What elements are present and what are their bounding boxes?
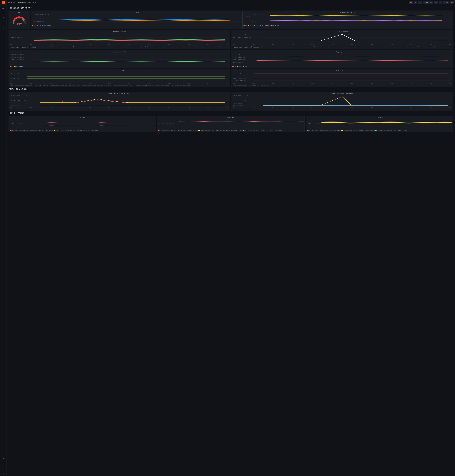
star-icon[interactable] [32,1,34,3]
svg-text:3.0300 ops/s: 3.0300 ops/s [10,98,28,99]
svg-rect-27 [8,2,9,3]
settings-button[interactable] [418,1,422,4]
avg-admission-latency-svg: 3.0400 ops/s 3.0300 ops/s 3.0200 ops/s 3… [10,95,229,107]
avg-response-size-title: Average Response Size [10,51,229,53]
svg-text:2M ops/s: 2M ops/s [233,78,246,79]
svg-text:0.0100 ops/s: 0.0100 ops/s [233,37,251,38]
admission-controller-section: Admission Controller Average Admission C… [8,88,453,111]
avg-webhook-latency-legend: CREATE UPDATE CONNECT DELETE [232,109,452,110]
memory-xaxis: 08:4508:5008:5509:0009:0509:1009:1509:20… [10,128,155,129]
avg-response-size-xaxis: 08:4508:5008:5509:0009:0509:1009:1509:20… [10,64,229,65]
svg-text:3 ops/s: 3 ops/s [10,76,20,77]
up-panel: Up 237 [8,10,30,29]
svg-text:10 ops/s: 10 ops/s [233,59,245,60]
svg-text:20 ops/s: 20 ops/s [10,34,22,35]
svg-text:0 ops/s: 0 ops/s [159,127,168,127]
request-per-second-chart: 25 ops/s 20 ops/s 15 ops/s 10 ops/s 5 op… [232,53,452,64]
svg-text:3.0200 ops/s: 3.0200 ops/s [10,100,28,101]
work-queue-add-legend: replicaset node_lifecycle_controller_pod… [10,46,229,48]
sidebar-item-search[interactable] [1,15,5,19]
breadcrumb-current: Kubernetes API Server [16,1,31,3]
sidebar-item-alerts[interactable] [1,25,5,29]
work-queue-depth-xaxis: 08:4508:5008:5509:0009:0509:1009:1509:20… [232,44,452,45]
svg-point-15 [3,468,3,468]
sidebar-item-grid[interactable] [1,10,5,15]
request-per-second-panel: Request per Second 25 ops/s 20 ops/s 15 … [231,50,453,68]
refresh-button[interactable] [439,1,442,4]
svg-text:400 ops/s: 400 ops/s [244,16,260,17]
sidebar-item-help[interactable]: ? [1,471,5,475]
breadcrumb-parent[interactable]: General [10,1,15,3]
breadcrumb-separator: / [16,1,16,3]
request-duration-panel: Request duration average 600 ops/s 400 o… [243,10,453,29]
svg-line-10 [3,17,4,18]
work-queue-add-chart: 20 ops/s 10 ops/s 0 ops/s [10,33,229,44]
svg-rect-7 [2,13,3,13]
svg-text:0 ops/s: 0 ops/s [10,41,20,42]
sidebar-item-explore[interactable] [1,20,5,24]
time-range-selector[interactable]: Last 1 hour [423,1,433,4]
cpu-usage-legend: {_sysdig_datasource="agent", agent_id="7… [158,130,303,131]
work-queue-depth-chart: 0.0200 ops/s 0.0100 ops/s 0 ops/s [232,33,452,44]
cpu-usage-panel: CPU usage 3.200 ops/s 3.100 ops/s 0 ops/… [157,116,305,132]
svg-text:0.100 ops/s: 0.100 ops/s [233,97,249,98]
svg-rect-35 [411,2,411,3]
sidebar-item-integrations[interactable] [1,466,5,470]
memory-panel: Memory 2B ops/s 1B ops/s 0 ops/s [8,116,156,132]
avg-admission-latency-chart: 3.0400 ops/s 3.0300 ops/s 3.0200 ops/s 3… [10,95,229,107]
svg-text:100 ops/s: 100 ops/s [33,14,49,15]
svg-text:3.200 ops/s: 3.200 ops/s [159,119,174,120]
grid-icon [8,1,10,3]
svg-rect-21 [3,468,3,468]
deprecated-apis-svg: 4 ops/s 3 ops/s 2 ops/s 1 ops/s [10,72,229,83]
svg-text:0 ops/s: 0 ops/s [33,21,45,22]
svg-text:G: G [3,2,4,3]
dashboard-settings-button[interactable] [414,1,417,4]
rpc-rate-panel: RPC Rate 100 ops/s 50 ops/s 0 ops/s [31,10,242,29]
deprecated-apis-panel: Deprecated APIs 4 ops/s 3 ops/s 2 ops/s … [8,69,230,87]
gauge-value: 237 [16,23,22,26]
rpc-rate-svg: 100 ops/s 50 ops/s 0 ops/s [32,14,240,23]
memory-chart: 2B ops/s 1B ops/s 0 ops/s [10,119,155,128]
work-queue-add-title: Work Queue Add Rate [10,31,229,32]
svg-text:60K ops/s: 60K ops/s [10,54,24,55]
avg-response-size-chart: 60K ops/s 40K ops/s 20K ops/s 0 ops/s [10,53,229,64]
svg-text:0 ops/s: 0 ops/s [10,105,20,106]
goroutines-svg: 4K ops/s 2K ops/s 0 ops/s [307,119,452,128]
sidebar-item-menu[interactable] [1,6,5,10]
svg-text:3.100 ops/s: 3.100 ops/s [159,123,174,124]
svg-point-29 [35,2,36,2]
svg-rect-49 [451,2,452,2]
interval-selector[interactable]: 10s [443,1,449,4]
app-logo[interactable]: G [2,1,5,4]
rpc-rate-xaxis: 08:4508:5008:5509:0009:0509:1009:1509:20… [32,24,240,24]
svg-text:?: ? [3,472,4,474]
cpu-usage-xaxis: 08:4508:5008:5509:0009:0509:1009:1509:20… [158,128,303,129]
rpc-rate-chart: 100 ops/s 50 ops/s 0 ops/s [32,14,240,23]
svg-line-46 [436,3,437,3]
svg-point-18 [4,468,4,469]
request-duration-xaxis: 08:4508:5008:5509:0009:0509:1009:1509:20… [244,24,452,24]
svg-rect-26 [9,2,10,2]
cert-expiration-legend: kubernetes-apiservers-default kubernetes… [232,85,452,86]
chart-type-button[interactable] [409,1,413,4]
sidebar-item-shield[interactable] [1,461,5,466]
request-duration-chart: 600 ops/s 400 ops/s 200 ops/s 0 ops/s [244,14,452,23]
sidebar-item-settings[interactable] [1,457,5,461]
cpu-usage-chart: 3.200 ops/s 3.100 ops/s 0 ops/s [158,119,303,128]
svg-text:5M ops/s: 5M ops/s [233,73,246,74]
panel-view-button[interactable] [450,1,454,4]
avg-response-size-panel: Average Response Size 60K ops/s 40K ops/… [8,50,230,68]
svg-text:20K ops/s: 20K ops/s [10,59,24,60]
svg-text:25 ops/s: 25 ops/s [233,54,245,55]
svg-text:1B ops/s: 1B ops/s [10,123,22,124]
goroutines-xaxis: 08:4508:5008:5509:0009:0509:1009:1509:20… [307,128,452,129]
svg-text:0 ops/s: 0 ops/s [233,105,243,106]
svg-text:0 ops/s: 0 ops/s [308,127,317,127]
svg-text:0.0500 ops/s: 0.0500 ops/s [233,102,251,103]
svg-point-79 [346,34,348,34]
share-icon[interactable] [35,1,37,3]
zoom-out-button[interactable] [434,1,438,4]
rpc-rate-legend: Value Value Value Value [32,25,240,26]
content-area: Health and Request rate Up [7,5,455,476]
